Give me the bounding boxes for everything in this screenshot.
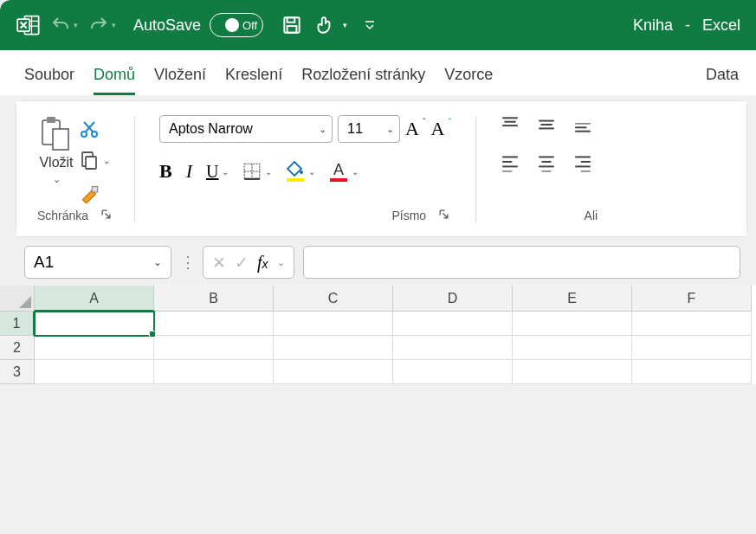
- autosave-toggle[interactable]: Off: [210, 13, 263, 37]
- group-label-clipboard: Schránka: [37, 209, 88, 222]
- tab-kresleni[interactable]: Kreslení: [225, 66, 282, 95]
- group-label-alignment: Ali: [585, 209, 598, 222]
- titlebar: ▾ ▾ AutoSave Off ▾ Kniha - Excel: [0, 0, 756, 50]
- row-header[interactable]: 1: [0, 312, 35, 336]
- column-header[interactable]: F: [632, 286, 752, 312]
- align-bottom-button[interactable]: [573, 115, 592, 134]
- chevron-down-icon: ⌄: [53, 174, 61, 185]
- cell[interactable]: [35, 360, 154, 384]
- cell[interactable]: [274, 312, 393, 336]
- align-middle-button[interactable]: [537, 115, 556, 134]
- tab-data[interactable]: Data: [706, 66, 739, 95]
- align-right-button[interactable]: [573, 153, 592, 172]
- tab-domu[interactable]: Domů: [94, 66, 135, 95]
- name-box-value: A1: [34, 253, 54, 272]
- window-title: Kniha - Excel: [633, 16, 740, 35]
- svg-rect-17: [92, 187, 98, 193]
- formula-bar-row: A1 ⌄ ⋮ ✕ ✓ fx ⌄: [0, 237, 756, 286]
- align-left-button[interactable]: [501, 153, 520, 172]
- undo-button[interactable]: ▾: [48, 11, 80, 39]
- tab-vzorce[interactable]: Vzorce: [444, 66, 493, 95]
- spreadsheet-grid: A B C D E F 1 2 3: [0, 286, 756, 384]
- clipboard-launcher[interactable]: [100, 209, 112, 222]
- increase-font-button[interactable]: Aˆ: [405, 118, 426, 140]
- cell[interactable]: [154, 336, 274, 360]
- enter-formula-button[interactable]: ✓: [235, 253, 249, 273]
- chevron-down-icon: ⌄: [222, 167, 229, 177]
- svg-line-15: [84, 122, 93, 132]
- paste-button[interactable]: Vložit ⌄: [39, 115, 74, 185]
- tab-soubor[interactable]: Soubor: [24, 66, 74, 95]
- excel-app-icon: [16, 12, 42, 38]
- save-button[interactable]: [279, 10, 305, 40]
- cell[interactable]: [513, 336, 632, 360]
- fill-color-button[interactable]: ⌄: [286, 160, 315, 183]
- cell[interactable]: [154, 360, 274, 384]
- svg-rect-7: [288, 26, 297, 33]
- autosave-state: Off: [242, 19, 257, 32]
- cell[interactable]: [513, 360, 632, 384]
- format-painter-button[interactable]: [79, 181, 110, 203]
- column-header[interactable]: E: [513, 286, 632, 312]
- cut-button[interactable]: [79, 119, 110, 139]
- underline-button[interactable]: U⌄: [206, 162, 229, 182]
- cell-a1[interactable]: [35, 312, 154, 336]
- cell[interactable]: [632, 360, 752, 384]
- chevron-down-icon: ▾: [74, 21, 78, 29]
- row-header[interactable]: 2: [0, 336, 35, 360]
- bold-button[interactable]: B: [159, 160, 172, 183]
- touch-mode-button[interactable]: ▾: [312, 10, 349, 40]
- paste-label: Vložit: [39, 155, 73, 170]
- font-size-combo[interactable]: 11 ⌄: [338, 115, 400, 143]
- column-header[interactable]: A: [35, 286, 154, 312]
- chevron-down-icon: ▾: [112, 21, 116, 29]
- formula-bar-input[interactable]: [303, 246, 740, 279]
- cell[interactable]: [154, 312, 274, 336]
- select-all-corner[interactable]: [0, 286, 35, 312]
- column-header[interactable]: D: [393, 286, 513, 312]
- name-box[interactable]: A1 ⌄: [24, 246, 171, 279]
- svg-rect-11: [53, 129, 68, 150]
- chevron-down-icon: ⌄: [103, 156, 110, 165]
- font-color-button[interactable]: A ⌄: [329, 160, 359, 183]
- cell[interactable]: [35, 336, 154, 360]
- font-name-combo[interactable]: Aptos Narrow ⌄: [159, 115, 333, 143]
- borders-button[interactable]: ⌄: [242, 162, 272, 181]
- cell[interactable]: [393, 336, 513, 360]
- ribbon-tabs: Soubor Domů Vložení Kreslení Rozložení s…: [0, 50, 756, 95]
- chevron-down-icon[interactable]: ⌄: [277, 257, 285, 268]
- cell[interactable]: [393, 312, 513, 336]
- title-separator: -: [685, 16, 690, 35]
- row-header[interactable]: 3: [0, 360, 35, 384]
- italic-button[interactable]: I: [186, 160, 192, 183]
- redo-button[interactable]: ▾: [87, 11, 118, 39]
- cell[interactable]: [274, 336, 393, 360]
- insert-function-button[interactable]: fx: [257, 253, 268, 273]
- cancel-formula-button[interactable]: ✕: [212, 253, 226, 273]
- group-font: Aptos Narrow ⌄ 11 ⌄ Aˆ Aˇ B I U⌄: [151, 110, 460, 229]
- svg-rect-25: [330, 178, 347, 182]
- copy-button[interactable]: ⌄: [79, 150, 110, 170]
- tab-vlozeni[interactable]: Vložení: [154, 66, 206, 95]
- chevron-down-icon: ▾: [343, 21, 347, 29]
- column-header[interactable]: B: [154, 286, 274, 312]
- cell[interactable]: [274, 360, 393, 384]
- font-launcher[interactable]: [438, 209, 449, 222]
- align-top-button[interactable]: [501, 115, 520, 134]
- chevron-down-icon: ⌄: [379, 124, 394, 135]
- cell[interactable]: [632, 336, 752, 360]
- tab-rozlozeni[interactable]: Rozložení stránky: [301, 66, 425, 95]
- svg-rect-10: [47, 117, 55, 123]
- cell[interactable]: [513, 312, 632, 336]
- decrease-font-button[interactable]: Aˇ: [431, 118, 452, 140]
- qat-customize-button[interactable]: [361, 15, 378, 35]
- svg-point-13: [92, 132, 97, 137]
- namebox-resize-handle[interactable]: ⋮: [180, 253, 194, 272]
- cell[interactable]: [393, 360, 513, 384]
- app-name: Excel: [702, 16, 740, 35]
- cell[interactable]: [632, 312, 752, 336]
- align-center-button[interactable]: [537, 153, 556, 172]
- svg-rect-6: [288, 17, 295, 22]
- svg-rect-16: [86, 157, 96, 169]
- column-header[interactable]: C: [274, 286, 393, 312]
